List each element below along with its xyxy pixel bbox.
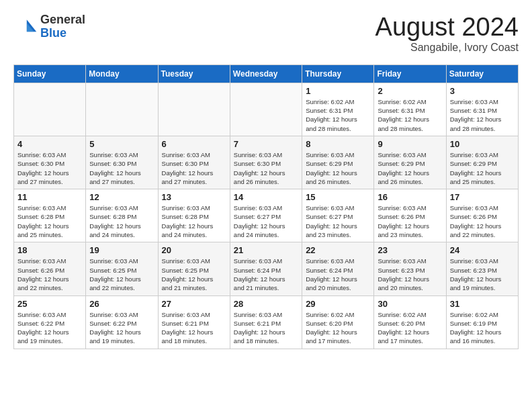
calendar-cell: 20Sunrise: 6:03 AM Sunset: 6:25 PM Dayli… [158,242,230,295]
logo-text: General Blue [40,13,85,40]
calendar-cell: 13Sunrise: 6:03 AM Sunset: 6:28 PM Dayli… [158,189,230,242]
day-number: 19 [89,245,154,255]
calendar-cell: 22Sunrise: 6:03 AM Sunset: 6:24 PM Dayli… [302,242,374,295]
calendar-cell: 7Sunrise: 6:03 AM Sunset: 6:30 PM Daylig… [230,136,302,189]
day-info: Sunrise: 6:03 AM Sunset: 6:30 PM Dayligh… [89,150,154,186]
day-number: 5 [89,139,154,149]
location-title: Sangabile, Ivory Coast [375,42,519,54]
day-info: Sunrise: 6:02 AM Sunset: 6:31 PM Dayligh… [306,97,370,133]
day-number: 6 [162,139,226,149]
day-number: 14 [234,192,298,202]
day-info: Sunrise: 6:03 AM Sunset: 6:28 PM Dayligh… [17,203,82,239]
day-info: Sunrise: 6:03 AM Sunset: 6:21 PM Dayligh… [162,310,226,346]
calendar-table: SundayMondayTuesdayWednesdayThursdayFrid… [13,64,519,349]
day-number: 29 [306,299,370,309]
day-number: 1 [306,86,370,96]
calendar-cell: 1Sunrise: 6:02 AM Sunset: 6:31 PM Daylig… [302,83,374,136]
title-block: August 2024 Sangabile, Ivory Coast [375,13,519,54]
calendar-cell: 12Sunrise: 6:03 AM Sunset: 6:28 PM Dayli… [86,189,158,242]
day-number: 4 [17,139,82,149]
day-number: 11 [17,192,82,202]
day-number: 13 [162,192,226,202]
day-info: Sunrise: 6:03 AM Sunset: 6:23 PM Dayligh… [450,257,515,292]
day-number: 16 [378,192,442,202]
day-number: 10 [450,139,515,149]
day-number: 9 [378,139,442,149]
day-info: Sunrise: 6:03 AM Sunset: 6:30 PM Dayligh… [17,150,82,186]
day-info: Sunrise: 6:03 AM Sunset: 6:26 PM Dayligh… [17,257,82,292]
day-info: Sunrise: 6:03 AM Sunset: 6:24 PM Dayligh… [234,257,298,292]
calendar-header-thursday: Thursday [302,64,374,83]
day-info: Sunrise: 6:03 AM Sunset: 6:24 PM Dayligh… [306,257,370,292]
calendar-cell: 29Sunrise: 6:02 AM Sunset: 6:20 PM Dayli… [302,295,374,349]
calendar-header-row: SundayMondayTuesdayWednesdayThursdayFrid… [14,64,519,83]
day-number: 24 [450,245,515,255]
day-number: 20 [162,245,226,255]
page-header: General Blue August 2024 Sangabile, Ivor… [13,13,519,54]
logo-icon [13,15,38,39]
day-info: Sunrise: 6:03 AM Sunset: 6:28 PM Dayligh… [162,203,226,239]
day-info: Sunrise: 6:03 AM Sunset: 6:22 PM Dayligh… [89,310,154,346]
calendar-header-wednesday: Wednesday [230,64,302,83]
calendar-header-friday: Friday [374,64,446,83]
day-info: Sunrise: 6:03 AM Sunset: 6:29 PM Dayligh… [306,150,370,186]
day-number: 17 [450,192,515,202]
day-number: 8 [306,139,370,149]
calendar-cell [158,83,230,136]
calendar-cell: 17Sunrise: 6:03 AM Sunset: 6:26 PM Dayli… [446,189,518,242]
day-number: 12 [89,192,154,202]
day-number: 7 [234,139,298,149]
calendar-cell: 2Sunrise: 6:02 AM Sunset: 6:31 PM Daylig… [374,83,446,136]
calendar-cell: 16Sunrise: 6:03 AM Sunset: 6:26 PM Dayli… [374,189,446,242]
calendar-week-row-4: 18Sunrise: 6:03 AM Sunset: 6:26 PM Dayli… [14,242,519,295]
day-number: 25 [17,299,82,309]
month-title: August 2024 [375,13,519,42]
calendar-cell: 19Sunrise: 6:03 AM Sunset: 6:25 PM Dayli… [86,242,158,295]
day-number: 18 [17,245,82,255]
day-info: Sunrise: 6:03 AM Sunset: 6:29 PM Dayligh… [450,150,515,186]
calendar-week-row-3: 11Sunrise: 6:03 AM Sunset: 6:28 PM Dayli… [14,189,519,242]
calendar-cell [14,83,86,136]
day-info: Sunrise: 6:03 AM Sunset: 6:30 PM Dayligh… [234,150,298,186]
day-number: 26 [89,299,154,309]
calendar-cell: 8Sunrise: 6:03 AM Sunset: 6:29 PM Daylig… [302,136,374,189]
calendar-cell: 14Sunrise: 6:03 AM Sunset: 6:27 PM Dayli… [230,189,302,242]
calendar-cell [86,83,158,136]
day-info: Sunrise: 6:03 AM Sunset: 6:30 PM Dayligh… [162,150,226,186]
calendar-cell: 23Sunrise: 6:03 AM Sunset: 6:23 PM Dayli… [374,242,446,295]
day-info: Sunrise: 6:03 AM Sunset: 6:25 PM Dayligh… [89,257,154,292]
calendar-week-row-2: 4Sunrise: 6:03 AM Sunset: 6:30 PM Daylig… [14,136,519,189]
calendar-cell: 5Sunrise: 6:03 AM Sunset: 6:30 PM Daylig… [86,136,158,189]
calendar-cell: 28Sunrise: 6:03 AM Sunset: 6:21 PM Dayli… [230,295,302,349]
day-info: Sunrise: 6:03 AM Sunset: 6:21 PM Dayligh… [234,310,298,346]
day-number: 23 [378,245,442,255]
day-number: 21 [234,245,298,255]
calendar-cell: 25Sunrise: 6:03 AM Sunset: 6:22 PM Dayli… [14,295,86,349]
calendar-cell: 26Sunrise: 6:03 AM Sunset: 6:22 PM Dayli… [86,295,158,349]
day-info: Sunrise: 6:02 AM Sunset: 6:20 PM Dayligh… [306,310,370,346]
calendar-header-monday: Monday [86,64,158,83]
day-info: Sunrise: 6:02 AM Sunset: 6:20 PM Dayligh… [378,310,442,346]
day-number: 3 [450,86,515,96]
calendar-cell: 9Sunrise: 6:03 AM Sunset: 6:29 PM Daylig… [374,136,446,189]
day-info: Sunrise: 6:03 AM Sunset: 6:31 PM Dayligh… [450,97,515,133]
calendar-cell: 4Sunrise: 6:03 AM Sunset: 6:30 PM Daylig… [14,136,86,189]
calendar-week-row-5: 25Sunrise: 6:03 AM Sunset: 6:22 PM Dayli… [14,295,519,349]
calendar-cell [230,83,302,136]
calendar-cell: 27Sunrise: 6:03 AM Sunset: 6:21 PM Dayli… [158,295,230,349]
calendar-cell: 21Sunrise: 6:03 AM Sunset: 6:24 PM Dayli… [230,242,302,295]
calendar-cell: 3Sunrise: 6:03 AM Sunset: 6:31 PM Daylig… [446,83,518,136]
logo-blue-text: Blue [40,27,85,40]
calendar-cell: 18Sunrise: 6:03 AM Sunset: 6:26 PM Dayli… [14,242,86,295]
calendar-cell: 15Sunrise: 6:03 AM Sunset: 6:27 PM Dayli… [302,189,374,242]
day-number: 22 [306,245,370,255]
day-number: 2 [378,86,442,96]
day-info: Sunrise: 6:03 AM Sunset: 6:29 PM Dayligh… [378,150,442,186]
day-info: Sunrise: 6:03 AM Sunset: 6:27 PM Dayligh… [234,203,298,239]
calendar-cell: 24Sunrise: 6:03 AM Sunset: 6:23 PM Dayli… [446,242,518,295]
day-info: Sunrise: 6:02 AM Sunset: 6:31 PM Dayligh… [378,97,442,133]
calendar-cell: 6Sunrise: 6:03 AM Sunset: 6:30 PM Daylig… [158,136,230,189]
day-info: Sunrise: 6:03 AM Sunset: 6:27 PM Dayligh… [306,203,370,239]
day-number: 28 [234,299,298,309]
calendar-header-tuesday: Tuesday [158,64,230,83]
